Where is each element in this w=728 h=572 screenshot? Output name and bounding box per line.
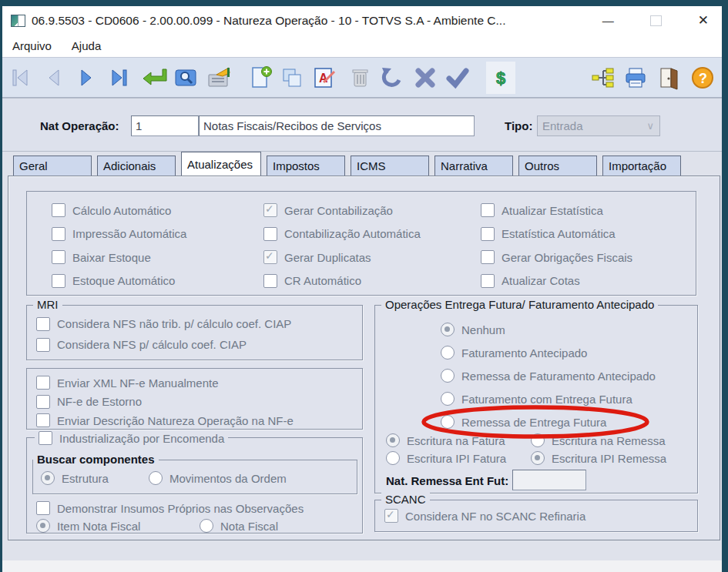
scanc-groupbox: SCANC Considera NF no SCANC Refinaria (374, 500, 698, 532)
radio-label: Nota Fiscal (220, 520, 278, 533)
radio-row-remessa-de-entrega-futura: Remessa de Entrega Futura (441, 410, 656, 433)
print-icon[interactable] (622, 62, 651, 94)
undo-icon[interactable] (378, 62, 408, 94)
industrializacao-groupbox: Industrialização por Encomenda Buscar co… (26, 437, 363, 534)
checkbox-considera-nfs-nao-trib-p-calculo-coef-ciap[interactable] (36, 317, 50, 331)
toolbar: A$ ? (2, 57, 722, 98)
radio-label: Item Nota Fiscal (57, 520, 140, 533)
radio-label: Escritura IPI Remessa (552, 452, 666, 465)
check-row-cr-automatico: CR Automático (263, 269, 421, 293)
copy-icon[interactable] (278, 62, 307, 94)
buscar-componentes-box: Buscar componentes EstruturaMovimentos d… (32, 460, 357, 494)
tab-atualizacoes[interactable]: Atualizações (181, 152, 261, 176)
radio-nota-fiscal[interactable] (200, 519, 213, 533)
tipo-select[interactable]: Entrada ∨ (537, 115, 660, 136)
return-icon[interactable] (139, 62, 169, 94)
radio-nenhum[interactable] (441, 323, 455, 336)
nav-last-icon[interactable] (104, 62, 133, 94)
radio-label: Escritura na Fatura (407, 434, 505, 447)
tab-impostos[interactable]: Impostos (267, 156, 345, 176)
radio-escritura-ipi-remessa[interactable] (531, 451, 545, 465)
checkbox-baixar-estoque[interactable] (52, 250, 65, 264)
checkbox-estoque-automatico[interactable] (52, 274, 65, 288)
minimize-button[interactable]: — (602, 15, 614, 26)
checkbox-label: Gerar Obrigações Fiscais (502, 251, 632, 264)
money-icon[interactable]: $ (486, 62, 515, 94)
nav-first-icon[interactable] (7, 62, 36, 94)
checkbox-atualizar-cotas[interactable] (481, 274, 495, 288)
delete-icon[interactable] (346, 62, 375, 94)
check-row-considera-nfs-nao-trib-p-calculo-coef-ciap: Considera NFS não trib. p/ cálculo coef.… (36, 313, 291, 334)
radio-movimentos-da-ordem[interactable] (149, 471, 163, 485)
radio-item-nota-fiscal[interactable] (36, 519, 50, 533)
operacoes-group-title: Operações Entrega Futura/ Faturamento An… (381, 298, 658, 311)
window-title: 06.9.5503 - CD0606 - 2.00.00.099 - Natur… (32, 14, 505, 28)
checkbox-cr-automatico[interactable] (263, 274, 277, 288)
radio-escritura-na-fatura[interactable] (386, 433, 400, 447)
checkbox-gerar-obrigacoes-fiscais[interactable] (481, 250, 495, 264)
checkbox-demonstrar-insumos-proprios-nas-observacoes[interactable] (36, 501, 50, 515)
checkbox-enviar-xml-nf-e-manualmente[interactable] (36, 376, 50, 390)
tab-icms[interactable]: ICMS (351, 156, 429, 176)
tab-adicionais[interactable]: Adicionais (97, 156, 176, 176)
checkbox-considera-nf-no-scanc-refinaria[interactable] (384, 509, 398, 523)
menu-item-arquivo[interactable]: Arquivo (12, 39, 52, 52)
view-zoom-icon[interactable] (172, 62, 201, 94)
checkbox-label: Gerar Contabilização (284, 204, 393, 217)
industrializacao-title-check: Industrialização por Encomenda (35, 430, 228, 446)
tab-importacao[interactable]: Importação (602, 156, 681, 176)
font-edit-icon[interactable]: A (310, 62, 340, 94)
checkbox-enviar-descricao-natureza-operacao-na-nf-e[interactable] (36, 413, 50, 427)
checkbox-gerar-contabilizacao[interactable] (263, 203, 277, 217)
radio-row-escritura-na-fatura: Escritura na Fatura (386, 433, 531, 447)
close-button[interactable]: ✕ (698, 14, 709, 27)
checkbox-label: NF-e de Estorno (57, 395, 142, 408)
checkbox-atualizar-estatistica[interactable] (481, 203, 495, 217)
new-document-icon[interactable] (246, 62, 275, 94)
maximize-button[interactable] (650, 15, 662, 26)
radio-escritura-na-remessa[interactable] (531, 433, 545, 447)
nav-next-icon[interactable] (72, 62, 101, 94)
tree-view-icon[interactable] (589, 62, 619, 94)
exit-icon[interactable] (654, 62, 683, 94)
check-row-atualizar-estatistica: Atualizar Estatística (481, 199, 632, 222)
checkbox-label: Enviar XML NF-e Manualmente (57, 376, 219, 390)
radio-remessa-de-entrega-futura[interactable] (441, 415, 455, 429)
check-row-estatistica-automatica: Estatística Automática (481, 222, 632, 246)
radio-row-estrutura: Estrutura (41, 470, 149, 486)
tab-outros[interactable]: Outros (518, 156, 597, 176)
radio-label: Escritura na Remessa (552, 434, 666, 447)
nat-operacao-input[interactable] (131, 115, 199, 136)
confirm-icon[interactable] (443, 62, 472, 94)
tab-narrativa[interactable]: Narrativa (434, 156, 513, 176)
checkbox-impressao-automatica[interactable] (52, 227, 65, 241)
flags-column-1: Cálculo AutomáticoImpressão AutomáticaBa… (52, 199, 186, 293)
checkbox-nf-e-de-estorno[interactable] (36, 395, 50, 409)
menu-item-ajuda[interactable]: Ajuda (72, 39, 101, 52)
nav-prev-icon[interactable] (39, 62, 69, 94)
checkbox-label: Impressão Automática (72, 227, 186, 240)
check-row-contabilizacao-automatica: Contabilização Automática (263, 222, 421, 246)
cancel-icon[interactable] (411, 62, 440, 94)
buscar-componentes-title: Buscar componentes (33, 453, 159, 466)
checkbox-considera-nfs-p-calculo-coef-ciap[interactable] (36, 338, 50, 352)
checkbox-calculo-automatico[interactable] (52, 203, 65, 217)
tab-geral[interactable]: Geral (13, 156, 92, 176)
check-row-estoque-automatico: Estoque Automático (52, 269, 186, 293)
check-row-atualizar-cotas: Atualizar Cotas (481, 269, 632, 293)
handover-document-icon[interactable] (204, 62, 233, 94)
radio-faturamento-antecipado[interactable] (441, 346, 455, 360)
help-icon[interactable]: ? (688, 62, 717, 94)
checkbox-industrializacao-por-encomenda[interactable] (39, 431, 52, 445)
app-window: 06.9.5503 - CD0606 - 2.00.00.099 - Natur… (2, 6, 722, 572)
nat-remessa-input[interactable] (512, 470, 586, 490)
radio-estrutura[interactable] (41, 471, 55, 485)
check-row-gerar-duplicatas: Gerar Duplicatas (263, 246, 421, 269)
radio-escritura-ipi-fatura[interactable] (386, 451, 400, 465)
nat-descricao-input[interactable] (199, 115, 475, 136)
checkbox-gerar-duplicatas[interactable] (263, 250, 277, 264)
radio-faturamento-com-entrega-futura[interactable] (441, 392, 455, 406)
checkbox-estatistica-automatica[interactable] (481, 227, 495, 241)
checkbox-contabilizacao-automatica[interactable] (263, 227, 277, 241)
radio-remessa-de-faturamento-antecipado[interactable] (441, 369, 455, 383)
